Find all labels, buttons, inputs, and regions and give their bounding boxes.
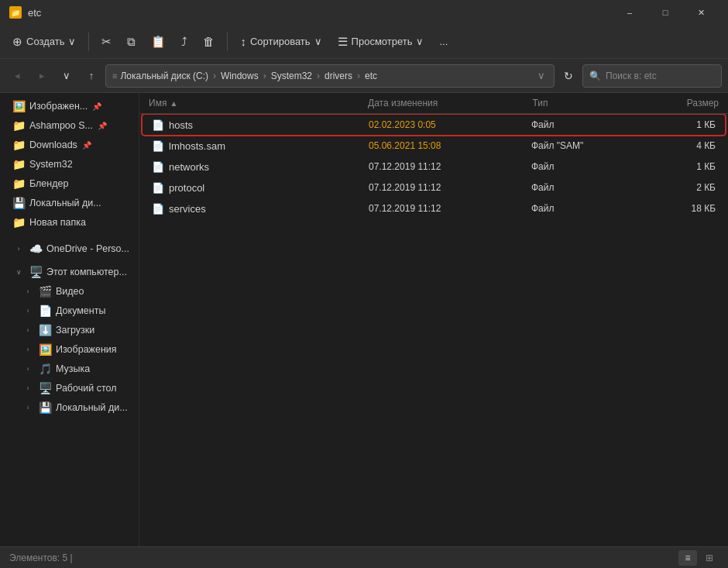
grid-view-button[interactable]: ⊞ xyxy=(700,550,719,566)
up-button[interactable]: ↑ xyxy=(81,65,102,87)
title-controls: – □ ✕ xyxy=(612,0,719,25)
sidebar-item-onedrive[interactable]: › ☁️ OneDrive - Perso... xyxy=(3,239,136,258)
file-date-hosts: 02.02.2023 0:05 xyxy=(369,119,531,130)
sidebar-item-local-disk2[interactable]: › 💾 Локальный ди... xyxy=(3,398,136,417)
images-icon: 🖼️ xyxy=(12,100,25,112)
plus-icon: ⊕ xyxy=(12,35,22,49)
copy-button[interactable]: ⧉ xyxy=(121,31,142,53)
sidebar-label-local-disk2: Локальный ди... xyxy=(56,402,128,413)
sidebar-label-system32: System32 xyxy=(29,159,73,170)
sidebar-label-video: Видео xyxy=(56,286,84,297)
path-start-icon: ≡ xyxy=(112,71,117,81)
view-chevron: ∨ xyxy=(416,36,424,47)
file-name-services: 📄 services xyxy=(152,202,369,215)
sidebar-item-ashampoo[interactable]: 📁 Ashampoo S... 📌 xyxy=(3,116,136,135)
status-bar: Элементов: 5 | ≡ ⊞ xyxy=(0,546,728,568)
address-dropdown-btn[interactable]: ∨ xyxy=(535,65,548,87)
sidebar-item-local-disk[interactable]: 💾 Локальный ди... xyxy=(3,194,136,212)
create-button[interactable]: ⊕ Создать ∨ xyxy=(6,31,82,53)
music-icon: 🎵 xyxy=(39,363,51,375)
paste-button[interactable]: 📋 xyxy=(145,31,172,53)
sidebar-item-desktop[interactable]: › 🖥️ Рабочий стол xyxy=(3,379,136,398)
file-name-protocol: 📄 protocol xyxy=(152,181,369,194)
file-date-protocol: 07.12.2019 11:12 xyxy=(369,182,531,193)
file-row-hosts[interactable]: 📄 hosts 02.02.2023 0:05 Файл 1 КБ xyxy=(143,115,725,135)
title-bar: 📁 etc – □ ✕ xyxy=(0,0,728,25)
col-header-date[interactable]: Дата изменения xyxy=(368,98,532,108)
sort-arrow-icon: ▲ xyxy=(170,99,177,108)
blender-icon: 📁 xyxy=(12,177,25,190)
sidebar-item-images2[interactable]: › 🖼️ Изображения xyxy=(3,340,136,359)
paste-icon: 📋 xyxy=(151,35,166,49)
cut-icon: ✂ xyxy=(101,35,112,49)
sidebar-label-onedrive: OneDrive - Perso... xyxy=(46,243,129,254)
file-size-networks: 1 КБ xyxy=(640,161,716,172)
sidebar-label-music: Музыка xyxy=(56,363,90,374)
pin-icon-ashampoo: 📌 xyxy=(98,122,107,130)
sidebar-label-documents: Документы xyxy=(56,305,105,316)
col-type-label: Тип xyxy=(532,98,548,108)
search-box[interactable]: 🔍 Поиск в: etc xyxy=(582,64,722,88)
onedrive-icon: ☁️ xyxy=(29,243,42,255)
col-header-size[interactable]: Размер xyxy=(642,98,719,108)
ashampoo-icon: 📁 xyxy=(12,119,25,132)
path-part-5: etc xyxy=(365,71,377,81)
more-label: ... xyxy=(439,36,448,47)
sidebar-item-system32[interactable]: 📁 System32 xyxy=(3,155,136,174)
create-chevron: ∨ xyxy=(68,36,76,47)
sidebar-item-images[interactable]: 🖼️ Изображен... 📌 xyxy=(3,97,136,115)
sidebar-item-downloads2[interactable]: › ⬇️ Загрузки xyxy=(3,321,136,339)
col-header-type[interactable]: Тип xyxy=(532,98,642,108)
downloads2-expand: › xyxy=(22,324,34,336)
sidebar-label-desktop: Рабочий стол xyxy=(56,383,116,394)
sidebar-item-music[interactable]: › 🎵 Музыка xyxy=(3,360,136,378)
video-expand: › xyxy=(22,285,34,298)
file-date-services: 07.12.2019 11:12 xyxy=(369,203,531,214)
sidebar-item-this-pc[interactable]: ∨ 🖥️ Этот компьютер... xyxy=(3,263,136,281)
col-header-name[interactable]: Имя ▲ xyxy=(149,98,368,108)
view-icon: ☰ xyxy=(338,35,348,49)
file-row-networks[interactable]: 📄 networks 07.12.2019 11:12 Файл 1 КБ xyxy=(143,157,725,177)
images2-expand: › xyxy=(22,343,34,356)
file-type-networks: Файл xyxy=(531,161,640,172)
file-icon-networks: 📄 xyxy=(152,160,164,173)
file-row-protocol[interactable]: 📄 protocol 07.12.2019 11:12 Файл 2 КБ xyxy=(143,177,725,198)
sidebar-item-new-folder[interactable]: 📁 Новая папка xyxy=(3,213,136,232)
sidebar-item-video[interactable]: › 🎬 Видео xyxy=(3,282,136,301)
sort-chevron: ∨ xyxy=(314,36,322,47)
local-disk2-expand: › xyxy=(22,401,34,414)
col-size-label: Размер xyxy=(687,98,719,108)
view-button[interactable]: ☰ Просмотреть ∨ xyxy=(331,31,431,53)
dropdown-button[interactable]: ∨ xyxy=(56,65,77,87)
back-button[interactable]: ◂ xyxy=(6,65,28,87)
close-button[interactable]: ✕ xyxy=(683,0,719,25)
sidebar-item-documents[interactable]: › 📄 Документы xyxy=(3,301,136,320)
sort-button[interactable]: ↕ Сортировать ∨ xyxy=(234,31,328,52)
delete-button[interactable]: 🗑 xyxy=(197,31,221,52)
sidebar-item-downloads[interactable]: 📁 Downloads 📌 xyxy=(3,136,136,154)
file-name-hosts: 📄 hosts xyxy=(152,119,369,131)
view-label: Просмотреть xyxy=(352,36,413,47)
refresh-button[interactable]: ↻ xyxy=(558,65,579,87)
minimize-button[interactable]: – xyxy=(612,0,647,25)
file-row-services[interactable]: 📄 services 07.12.2019 11:12 Файл 18 КБ xyxy=(143,198,725,219)
video-icon: 🎬 xyxy=(39,285,51,298)
maximize-button[interactable]: □ xyxy=(647,0,683,25)
forward-button[interactable]: ▸ xyxy=(31,65,53,87)
file-row-lmhosts[interactable]: 📄 lmhosts.sam 05.06.2021 15:08 Файл "SAM… xyxy=(143,136,725,156)
downloads-icon: 📁 xyxy=(12,139,25,151)
images2-icon: 🖼️ xyxy=(39,343,51,356)
rename-button[interactable]: ⤴ xyxy=(175,31,194,52)
path-arrow-1: › xyxy=(213,71,216,81)
more-button[interactable]: ... xyxy=(433,32,454,51)
list-view-button[interactable]: ≡ xyxy=(678,550,697,566)
cut-button[interactable]: ✂ xyxy=(95,31,118,53)
file-type-services: Файл xyxy=(531,203,640,214)
file-type-lmhosts: Файл "SAM" xyxy=(531,140,640,151)
sidebar-label-ashampoo: Ashampoo S... xyxy=(29,120,93,131)
address-field[interactable]: ≡ Локальный диск (C:) › Windows › System… xyxy=(105,64,555,88)
file-date-lmhosts: 05.06.2021 15:08 xyxy=(369,140,531,151)
file-size-protocol: 2 КБ xyxy=(640,182,716,193)
sidebar-label-downloads2: Загрузки xyxy=(56,325,94,336)
sidebar-item-blender[interactable]: 📁 Блендер xyxy=(3,174,136,193)
